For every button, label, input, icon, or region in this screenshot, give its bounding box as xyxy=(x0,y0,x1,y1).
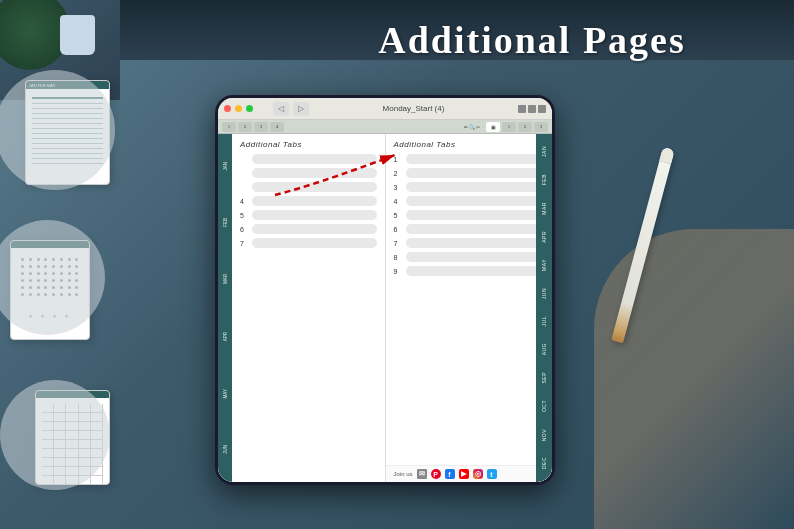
right-section-heading: Additional Tabs xyxy=(386,134,553,152)
tab-num: 4 xyxy=(240,198,248,205)
join-us-footer: Join us ✉ P f ▶ ◎ t xyxy=(386,465,553,482)
tab-num: 7 xyxy=(394,240,402,247)
content-line xyxy=(32,158,103,159)
tab-num: 9 xyxy=(394,268,402,275)
content-line xyxy=(32,133,103,134)
tablet-device: ◁ ▷ Monday_Start (4) 1 2 3 4 ✏ 🔍 ✂ ▣ 1 2… xyxy=(215,95,555,485)
left-tab-row-blank3 xyxy=(240,182,377,192)
hand-area xyxy=(594,229,794,529)
left-tab-rows: 4 5 6 7 xyxy=(232,152,385,482)
tablet-content: JAN FEB MAR APR MAY JUN Additional Tabs xyxy=(218,134,552,482)
twitter-icon[interactable]: t xyxy=(487,469,497,479)
tab-input[interactable] xyxy=(406,196,545,206)
month-jan: JAN xyxy=(223,162,228,171)
month-nov: NOV xyxy=(541,429,547,441)
content-line xyxy=(32,128,103,129)
lined-content xyxy=(26,89,109,172)
toolbar-icon-1[interactable] xyxy=(518,105,526,113)
content-line xyxy=(32,118,103,119)
left-tab-row-6: 6 xyxy=(240,224,377,234)
facebook-icon[interactable]: f xyxy=(445,469,455,479)
toolbar-close[interactable] xyxy=(224,105,231,112)
left-tab-row-blank2 xyxy=(240,168,377,178)
toolbar-title: Monday_Start (4) xyxy=(313,104,514,113)
tab-num: 5 xyxy=(394,212,402,219)
dots-page-mock: • • • • xyxy=(10,240,90,340)
content-line xyxy=(32,153,103,154)
tab-input[interactable] xyxy=(406,210,545,220)
month-apr: APR xyxy=(223,332,228,341)
tab-input[interactable] xyxy=(406,238,545,248)
month-jan: JAN xyxy=(541,146,547,157)
month-jun: JUN xyxy=(223,445,228,454)
month-sep: SEP xyxy=(541,372,547,384)
tab-6[interactable]: 2 xyxy=(518,122,532,132)
tab-input[interactable] xyxy=(252,196,377,206)
toolbar-maximize[interactable] xyxy=(246,105,253,112)
content-line xyxy=(32,163,103,164)
tab-input[interactable] xyxy=(252,224,377,234)
toolbar-minimize[interactable] xyxy=(235,105,242,112)
month-apr: APR xyxy=(541,231,547,243)
month-mar: MAR xyxy=(541,202,547,215)
right-tab-row-7: 7 xyxy=(394,238,545,248)
month-mar: MAR xyxy=(223,274,228,284)
tab-2[interactable]: 2 xyxy=(238,122,252,132)
right-page-inner: Additional Tabs 1 2 3 xyxy=(386,134,553,482)
tab-active[interactable]: ▣ xyxy=(486,122,500,132)
tab-input[interactable] xyxy=(406,224,545,234)
tab-input[interactable] xyxy=(252,210,377,220)
content-line xyxy=(32,148,103,149)
tab-3[interactable]: 3 xyxy=(254,122,268,132)
tab-input[interactable] xyxy=(252,168,377,178)
tab-num: 4 xyxy=(394,198,402,205)
right-tab-row-4: 4 xyxy=(394,196,545,206)
content-line xyxy=(32,123,103,124)
tab-4[interactable]: 4 xyxy=(270,122,284,132)
grid-page-mock xyxy=(35,390,110,485)
tab-input[interactable] xyxy=(252,238,377,248)
tab-5[interactable]: 1 xyxy=(502,122,516,132)
right-tab-row-3: 3 xyxy=(394,182,545,192)
youtube-icon[interactable]: ▶ xyxy=(459,469,469,479)
tab-num: 1 xyxy=(394,156,402,163)
lined-page-mock: JAN FEB MAR xyxy=(25,80,110,185)
grid-content xyxy=(36,398,109,485)
page-title: Additional Pages xyxy=(270,18,794,62)
tab-input[interactable] xyxy=(406,252,545,262)
pinterest-icon[interactable]: P xyxy=(431,469,441,479)
tab-num: 3 xyxy=(394,184,402,191)
right-page: Additional Tabs 1 2 3 xyxy=(386,134,553,482)
content-line xyxy=(32,108,103,109)
content-line xyxy=(32,143,103,144)
toolbar-icon-3[interactable] xyxy=(538,105,546,113)
tab-num: 7 xyxy=(240,240,248,247)
tab-1[interactable]: 1 xyxy=(222,122,236,132)
month-dec: DEC xyxy=(541,457,547,469)
month-may: MAY xyxy=(541,259,547,271)
header-line xyxy=(32,97,103,99)
month-feb: FEB xyxy=(223,218,228,227)
email-icon[interactable]: ✉ xyxy=(417,469,427,479)
tab-num: 6 xyxy=(240,226,248,233)
right-tab-row-6: 6 xyxy=(394,224,545,234)
tab-7[interactable]: 3 xyxy=(534,122,548,132)
toolbar-actions xyxy=(518,105,546,113)
toolbar-forward[interactable]: ▷ xyxy=(293,102,309,116)
toolbar-back[interactable]: ◁ xyxy=(273,102,289,116)
month-jul: JUL xyxy=(541,316,547,326)
tab-tools: ✏ 🔍 ✂ xyxy=(464,124,481,130)
tab-input[interactable] xyxy=(406,168,545,178)
tab-input[interactable] xyxy=(252,154,377,164)
instagram-icon[interactable]: ◎ xyxy=(473,469,483,479)
right-tab-row-8: 8 xyxy=(394,252,545,262)
tab-input[interactable] xyxy=(406,182,545,192)
tab-input[interactable] xyxy=(406,154,545,164)
tab-num: 2 xyxy=(394,170,402,177)
tab-input[interactable] xyxy=(252,182,377,192)
dots-content xyxy=(11,248,89,306)
left-tab-row-5: 5 xyxy=(240,210,377,220)
left-page-content: Additional Tabs xyxy=(232,134,385,482)
tab-input[interactable] xyxy=(406,266,545,276)
toolbar-icon-2[interactable] xyxy=(528,105,536,113)
